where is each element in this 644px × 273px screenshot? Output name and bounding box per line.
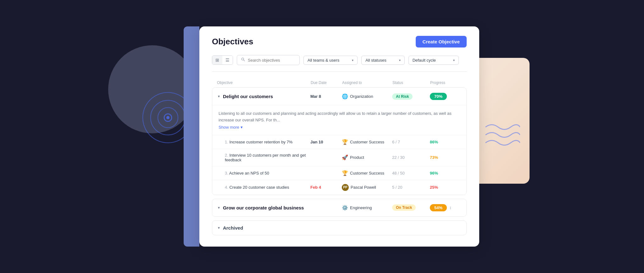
chevron-down-icon: ▾ [241,125,243,130]
objective-due-date-1: Mar 8 [310,94,342,99]
chevron-down-icon: ▾ [399,58,401,62]
objective-description-1: Listening to all our customers and plann… [212,105,466,135]
status-badge-2: On Track [392,204,416,211]
chevron-down-icon: ▾ [352,58,353,62]
col-header-status: Status [392,81,430,85]
chevron-down-icon: ▾ [453,58,455,62]
kr-progress-4: 25% [430,185,461,190]
objective-progress-1: 70% [430,93,461,100]
progress-badge-1: 70% [430,93,447,100]
kr-title-4: 4. Create 20 customer case studies [225,185,310,190]
status-badge-1: At Risk [392,93,413,100]
show-more-label: Show more [219,125,239,130]
page-header: Objectives Create Objective [212,36,467,47]
kr-index-3: 3. [225,171,228,176]
kr-assignee-4: Pascal Powell [351,185,376,190]
kr-row-3: 3. Achieve an NPS of 50 🏆 Customer Succe… [212,166,466,180]
trophy-icon: 🏆 [342,139,348,145]
org-icon: 🌐 [342,93,348,99]
objective-status-2: On Track [392,204,430,211]
search-input[interactable] [248,58,296,63]
gear-icon: ⚙️ [342,205,348,211]
cycle-filter[interactable]: Default cycle ▾ [408,56,459,65]
teams-filter[interactable]: All teams & users ▾ [303,56,358,65]
collapse-icon: ▼ [217,95,220,98]
objective-progress-2-wrapper: 54% ↕ [430,204,461,211]
toolbar: ⊞ ☰ All teams & users ▾ All statuses ▾ [212,55,467,72]
sidebar-strip [184,26,199,247]
kr-index-4: 4. [225,185,228,190]
objective-assignee-name-1: Organization [350,94,373,99]
archived-collapse-icon: ▼ [217,226,220,230]
screen-wrapper: Objectives Create Objective ⊞ ☰ All team… [133,26,511,247]
objective-title-2: ▼ Grow our corporate global business [217,205,310,210]
kr-name-3: Achieve an NPS of 50 [229,171,269,176]
create-objective-button[interactable]: Create Objective [416,36,467,47]
search-icon [241,57,245,63]
search-box [237,55,300,65]
key-results-list-1: 1. Increase customer retention by 7% Jan… [212,135,466,195]
list-view-button[interactable]: ☰ [222,56,233,64]
kr-row-4: 4. Create 20 customer case studies Feb 4… [212,180,466,195]
kr-name-2: Interview 10 customers per month and get… [225,153,306,162]
kr-assigned-1: 🏆 Customer Success [342,139,392,145]
kr-score-1: 6 / 7 [392,140,430,144]
kr-title-2: 2. Interview 10 customers per month and … [225,153,310,162]
rocket-icon: 🚀 [342,154,348,160]
description-text-1: Listening to all our customers and plann… [219,110,460,124]
kr-assigned-3: 🏆 Customer Success [342,170,392,176]
collapse-icon-2: ▼ [217,206,220,209]
status-filter[interactable]: All statuses ▾ [361,56,404,65]
kr-progress-3: 96% [430,171,461,176]
kr-assigned-4: PP Pascal Powell [342,184,392,191]
status-filter-label: All statuses [365,58,386,63]
col-header-due-date: Due Date [311,81,342,85]
kr-score-4: 5 / 20 [392,185,430,190]
kr-assignee-3: Customer Success [350,171,384,176]
kr-progress-1: 86% [430,140,461,144]
objective-assignee-name-2: Engineering [350,205,372,210]
progress-badge-2: 54% [430,204,447,211]
kr-due-4: Feb 4 [310,185,342,190]
col-header-assigned: Assigned to [342,81,392,85]
page-title: Objectives [212,37,253,47]
objective-row-1[interactable]: ▼ Delight our customers Mar 8 🌐 Organiza… [212,88,466,105]
objective-assigned-1: 🌐 Organization [342,93,392,99]
kr-name-1: Increase customer retention by 7% [229,140,292,144]
objective-title-1: ▼ Delight our customers [217,94,310,99]
bg-decoration-waves [482,121,520,153]
objective-name-2: Grow our corporate global business [223,205,304,210]
teams-filter-label: All teams & users [308,58,339,63]
kr-name-4: Create 20 customer case studies [229,185,289,190]
objective-row-2[interactable]: ▼ Grow our corporate global business ⚙️ … [212,199,466,216]
kr-row-1: 1. Increase customer retention by 7% Jan… [212,135,466,149]
archived-label: Archived [223,225,243,231]
table-headers: Objective Due Date Assigned to Status Pr… [212,81,467,87]
sort-icon: ↕ [449,205,452,210]
kr-due-1: Jan 10 [310,140,342,144]
col-header-objective: Objective [217,81,311,85]
grid-view-button[interactable]: ⊞ [212,56,222,64]
kr-progress-2: 73% [430,155,461,160]
objective-assigned-2: ⚙️ Engineering [342,205,392,211]
kr-index-2: 2. [225,153,228,158]
objective-group-2: ▼ Grow our corporate global business ⚙️ … [212,199,467,217]
kr-assigned-2: 🚀 Product [342,154,392,160]
cycle-filter-label: Default cycle [413,58,436,63]
trophy-icon-2: 🏆 [342,170,348,176]
archived-row[interactable]: ▼ Archived [212,220,467,235]
kr-score-2: 22 / 30 [392,155,430,160]
kr-score-3: 48 / 50 [392,171,430,176]
show-more-button[interactable]: Show more ▾ [219,125,243,130]
col-header-progress: Progress [430,81,462,85]
objective-group-1: ▼ Delight our customers Mar 8 🌐 Organiza… [212,87,467,195]
kr-title-3: 3. Achieve an NPS of 50 [225,171,310,176]
kr-assignee-2: Product [350,155,364,160]
svg-point-4 [166,116,169,119]
view-toggle: ⊞ ☰ [212,55,233,65]
kr-title-1: 1. Increase customer retention by 7% [225,140,310,144]
kr-index-1: 1. [225,140,228,144]
main-panel: Objectives Create Objective ⊞ ☰ All team… [199,26,479,247]
objective-status-1: At Risk [392,93,430,100]
objective-name-1: Delight our customers [223,94,273,99]
